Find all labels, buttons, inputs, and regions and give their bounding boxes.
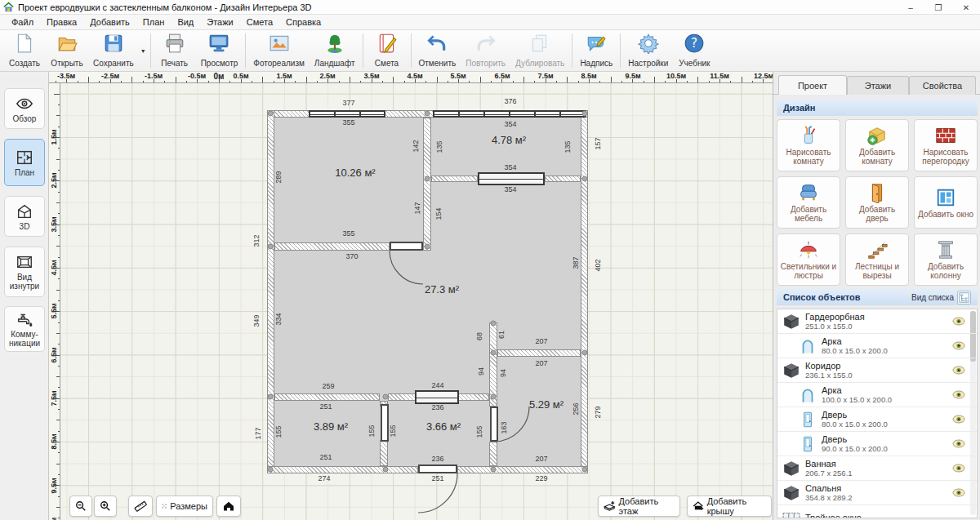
- tab-Этажи[interactable]: Этажи: [847, 76, 909, 95]
- ruler-tick: [58, 148, 60, 149]
- dimension-label: 402: [594, 259, 602, 271]
- visibility-eye-icon[interactable]: [952, 317, 965, 326]
- visibility-eye-icon[interactable]: [952, 366, 965, 375]
- toolbar-duplicate-button: Дублировать: [510, 30, 569, 71]
- visibility-eye-icon[interactable]: [952, 341, 965, 350]
- dimension-label: 349: [252, 314, 261, 327]
- toolbar-note-button[interactable]: Надпись: [575, 30, 617, 71]
- toolbar-separator: [411, 33, 412, 68]
- ruler-tick: [742, 77, 742, 82]
- design-armchair-button[interactable]: Добавить мебель: [777, 176, 840, 229]
- object-row-Гардерорбная[interactable]: Гардерорбная251.0 x 155.0: [777, 309, 977, 334]
- zoom-out-button[interactable]: [69, 496, 92, 517]
- design-bricks-button[interactable]: Нарисовать перегородку: [914, 119, 978, 171]
- dimension-label: 229: [535, 474, 547, 482]
- ruler-h-label: 11.5м: [710, 72, 729, 80]
- plan-canvas[interactable]: -3.5м-2.5м-1.5м-0.5м0м0.5м1.5м2.5м3.5м4.…: [49, 72, 773, 520]
- dimensions-button[interactable]: Размеры: [156, 496, 213, 517]
- toolbar-photo-button[interactable]: Фотореализм: [248, 30, 310, 71]
- list-view-toggle-button[interactable]: [957, 291, 971, 304]
- add-floor-button[interactable]: Добавить этаж: [598, 496, 680, 517]
- menu-Файл[interactable]: Файл: [5, 16, 40, 29]
- sidebar-item-house3d[interactable]: 3D: [4, 196, 45, 237]
- design-dooric-button[interactable]: Добавить дверь: [845, 176, 909, 229]
- toolbar-tree-button[interactable]: Ландшафт: [310, 30, 360, 71]
- menu-Правка[interactable]: Правка: [40, 16, 83, 29]
- ruler-tick: [58, 366, 60, 367]
- design-stairs-button[interactable]: Лестницы и вырезы: [845, 233, 909, 286]
- menu-Добавить[interactable]: Добавить: [83, 16, 136, 29]
- toolbar-label: Настройки: [628, 59, 668, 69]
- object-row-Дверь[interactable]: Дверь90.0 x 15.0 x 200.0: [777, 432, 977, 456]
- restore-button[interactable]: ❐: [924, 0, 952, 15]
- sidebar-label: Комму- никации: [9, 330, 40, 348]
- minimize-button[interactable]: –: [897, 0, 924, 15]
- toolbar-undo-button[interactable]: Отменить: [414, 30, 461, 71]
- toolbar-new-button[interactable]: Создать: [3, 30, 46, 71]
- toolbar-print-button[interactable]: Печать: [154, 30, 196, 71]
- visibility-eye-icon[interactable]: [952, 415, 965, 424]
- measure-button[interactable]: [128, 496, 153, 517]
- design-lamp-button[interactable]: Светильники и люстры: [777, 233, 840, 286]
- zoom-in-button[interactable]: [94, 496, 117, 517]
- object-row-Тройное окно[interactable]: Тройное окно: [777, 505, 977, 518]
- sidebar-item-interior[interactable]: Вид изнутри: [4, 247, 45, 297]
- dimension-label: 244: [431, 381, 443, 389]
- object-row-Коридор[interactable]: Коридор236.1 x 155.0: [777, 358, 977, 383]
- close-button[interactable]: ✕: [952, 0, 980, 15]
- toolbar-label: Создать: [9, 59, 40, 69]
- toolbar-help-button[interactable]: ?Учебник: [673, 30, 715, 71]
- toolbar-save-button[interactable]: Сохранить: [88, 30, 139, 71]
- tab-Свойства[interactable]: Свойства: [909, 76, 976, 95]
- sidebar-item-planicon[interactable]: План: [4, 139, 45, 186]
- windowic-icon: [935, 187, 956, 208]
- visibility-eye-icon[interactable]: [952, 488, 965, 497]
- dooric-icon: [866, 182, 888, 203]
- floor-plan[interactable]: 3773763553543122891421351351573543541471…: [267, 110, 588, 473]
- ruler-tick: [697, 77, 698, 82]
- object-row-Арка[interactable]: Арка80.0 x 15.0 x 200.0: [777, 334, 977, 358]
- object-name: Арка: [822, 385, 892, 395]
- object-name: Ванная: [805, 459, 853, 469]
- sidebar-item-faucet[interactable]: Комму- никации: [4, 306, 45, 352]
- ruler-tick: [469, 81, 470, 82]
- dimension-label: 207: [535, 359, 547, 367]
- design-brushes-button[interactable]: Нарисовать комнату: [777, 119, 840, 171]
- menu-Смета[interactable]: Смета: [240, 16, 279, 29]
- dimension-label: 207: [535, 337, 547, 345]
- menu-План[interactable]: План: [136, 16, 172, 29]
- design-column-button[interactable]: Добавить колонну: [914, 233, 978, 286]
- home-button[interactable]: [216, 496, 241, 517]
- toolbar-gear-button[interactable]: Настройки: [623, 30, 673, 71]
- visibility-eye-icon[interactable]: [952, 464, 965, 473]
- ruler-tick: [131, 77, 132, 82]
- design-boxplus-button[interactable]: Добавить комнату: [845, 119, 909, 171]
- object-row-Ванная[interactable]: Ванная206.7 x 256.1: [777, 456, 977, 481]
- save-dropdown-arrow[interactable]: ▼: [140, 48, 146, 54]
- toolbar-estimate-button[interactable]: Смета: [366, 30, 408, 71]
- object-row-Арка[interactable]: Арка100.0 x 15.0 x 200.0: [777, 383, 977, 407]
- ruler-tick: [58, 213, 60, 214]
- object-row-Дверь[interactable]: Дверь80.0 x 15.0 x 200.0: [777, 407, 977, 432]
- ruler-v-label: 8.5м: [50, 429, 58, 454]
- design-windowic-button[interactable]: Добавить окно: [914, 176, 978, 229]
- toolbar-label: Ландшафт: [314, 59, 355, 69]
- menu-Этажи[interactable]: Этажи: [200, 16, 239, 29]
- dimension-label: 207: [535, 455, 547, 463]
- ruler-h-label: 9.5м: [625, 72, 640, 80]
- object-row-Спальня[interactable]: Спальня354.8 x 289.2: [777, 481, 977, 505]
- design-button-label: Добавить дверь: [848, 205, 906, 223]
- ruler-tick: [58, 452, 60, 453]
- sidebar-item-eye[interactable]: Обзор: [4, 88, 45, 129]
- visibility-eye-icon[interactable]: [952, 439, 965, 448]
- menu-Справка[interactable]: Справка: [279, 16, 327, 29]
- visibility-eye-icon[interactable]: [952, 390, 965, 399]
- dimension-label: 155: [475, 425, 483, 438]
- tab-Проект[interactable]: Проект: [778, 75, 847, 95]
- menu-Вид[interactable]: Вид: [171, 16, 200, 29]
- dimension-label: 355: [342, 229, 354, 238]
- toolbar-open-button[interactable]: Открыть: [46, 30, 88, 71]
- dimension-label: 135: [564, 140, 572, 153]
- add-roof-button[interactable]: Добавить крышу: [687, 496, 772, 517]
- toolbar-monitor-button[interactable]: Просмотр: [196, 30, 243, 71]
